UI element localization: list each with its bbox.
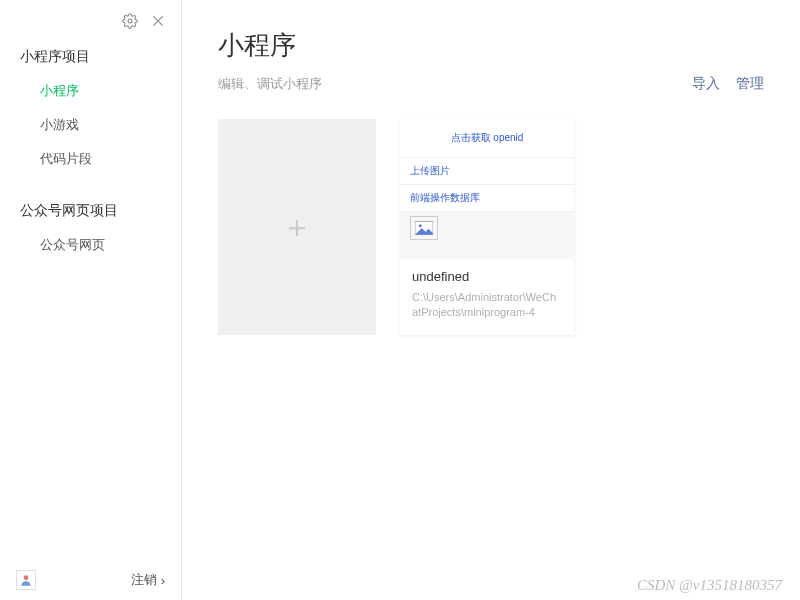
image-icon — [410, 216, 438, 240]
gear-icon[interactable] — [121, 12, 139, 30]
project-preview: 点击获取 openid 上传图片 前端操作数据库 — [400, 119, 574, 259]
page-title: 小程序 — [218, 28, 322, 63]
logout-button[interactable]: 注销 › — [131, 571, 165, 589]
plus-icon: ＋ — [282, 212, 312, 242]
sidebar-item-snippet[interactable]: 代码片段 — [0, 142, 181, 176]
close-icon[interactable] — [149, 12, 167, 30]
sidebar: 小程序项目 小程序 小游戏 代码片段 公众号网页项目 公众号网页 注销 › — [0, 0, 182, 600]
logout-label: 注销 — [131, 571, 157, 589]
header-actions: 导入 管理 — [692, 75, 764, 93]
chevron-right-icon: › — [161, 573, 165, 588]
watermark: CSDN @v13518180357 — [637, 577, 782, 594]
content-area: 小程序 编辑、调试小程序 导入 管理 ＋ 点击获取 openid 上传图片 前端… — [182, 0, 800, 600]
preview-openid-row: 点击获取 openid — [400, 119, 574, 158]
sidebar-item-oaweb[interactable]: 公众号网页 — [0, 228, 181, 262]
section-title-miniprogram: 小程序项目 — [0, 40, 181, 74]
sidebar-item-minigame[interactable]: 小游戏 — [0, 108, 181, 142]
project-card[interactable]: 点击获取 openid 上传图片 前端操作数据库 undefined C:\Us… — [400, 119, 574, 335]
import-button[interactable]: 导入 — [692, 75, 720, 93]
new-project-card[interactable]: ＋ — [218, 119, 376, 335]
svg-point-5 — [419, 224, 422, 227]
section-title-oaweb: 公众号网页项目 — [0, 194, 181, 228]
window-controls — [0, 0, 181, 40]
project-list: ＋ 点击获取 openid 上传图片 前端操作数据库 undefined C:\… — [218, 119, 764, 335]
manage-button[interactable]: 管理 — [736, 75, 764, 93]
preview-db-row: 前端操作数据库 — [400, 185, 574, 212]
project-path: C:\Users\Administrator\WeChatProjects\mi… — [412, 290, 562, 321]
svg-point-3 — [24, 575, 29, 580]
preview-upload-row: 上传图片 — [400, 158, 574, 185]
sidebar-item-miniprogram[interactable]: 小程序 — [0, 74, 181, 108]
page-subtitle: 编辑、调试小程序 — [218, 75, 322, 93]
project-name: undefined — [412, 269, 562, 284]
svg-point-0 — [128, 19, 132, 23]
avatar[interactable] — [16, 570, 36, 590]
